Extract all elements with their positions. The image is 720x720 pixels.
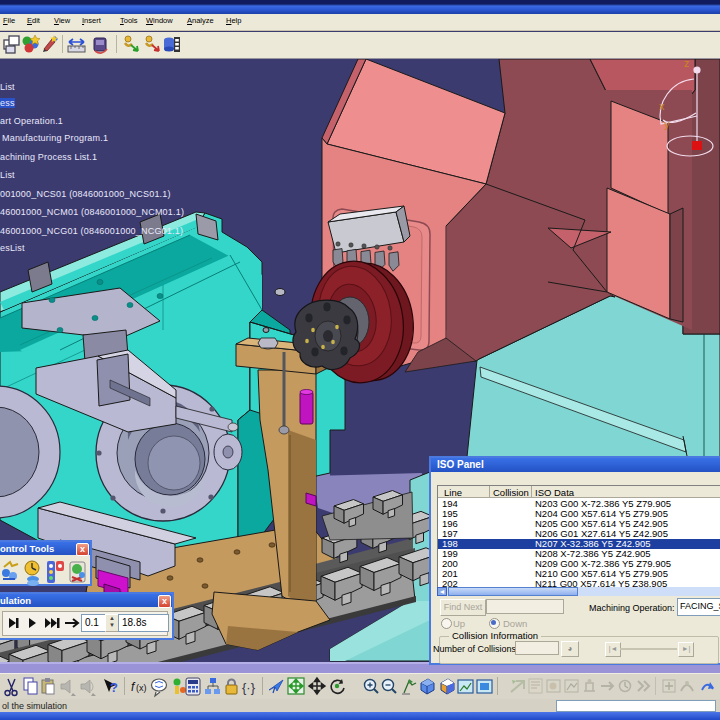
svg-text:(x): (x): [136, 683, 147, 693]
svg-text:z: z: [684, 59, 690, 69]
svg-text:y: y: [664, 118, 670, 130]
svg-text:?: ?: [110, 680, 118, 695]
svg-text:x: x: [659, 100, 665, 112]
svg-text:{·}: {·}: [242, 680, 256, 695]
